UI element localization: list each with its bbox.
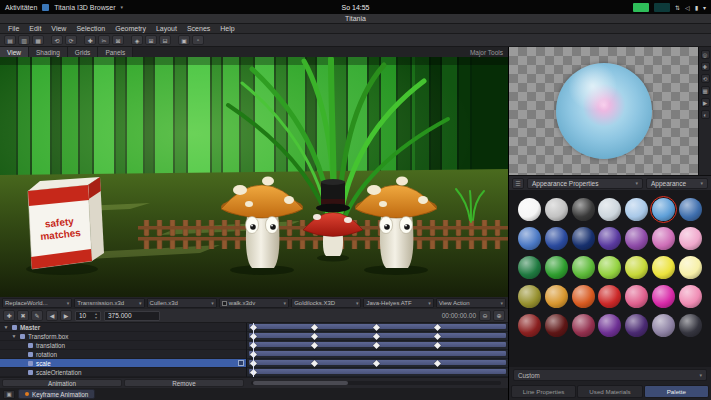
appearance-node-combo[interactable]: Appearance ▾ — [646, 178, 708, 189]
frame-field[interactable]: 10 ▴▾ — [75, 311, 101, 321]
zoom-in-icon[interactable]: ⊕ — [493, 310, 505, 321]
keyframe-row[interactable] — [247, 332, 508, 341]
material-swatch[interactable] — [598, 198, 621, 221]
menu-geometry[interactable]: Geometry — [110, 25, 151, 32]
timeline-scrollbar[interactable] — [246, 379, 506, 387]
material-swatch[interactable] — [679, 285, 702, 308]
menu-scenes[interactable]: Scenes — [182, 25, 215, 32]
move-icon[interactable]: ✚ — [701, 62, 710, 71]
track-indicator[interactable] — [238, 360, 244, 366]
appearance-properties-dropdown[interactable]: Appearance Properties ▾ — [527, 178, 643, 189]
viewport-combo-replaceworld[interactable]: ReplaceWorld...▾ — [2, 298, 72, 308]
material-swatch[interactable] — [679, 198, 702, 221]
material-swatch[interactable] — [545, 285, 568, 308]
material-swatch[interactable] — [679, 256, 702, 279]
palette-select[interactable]: Custom ▾ — [513, 369, 707, 381]
material-swatch[interactable] — [598, 256, 621, 279]
keyframe-row[interactable] — [247, 323, 508, 332]
undo-icon[interactable]: ⟲ — [51, 35, 63, 45]
material-swatch[interactable] — [625, 256, 648, 279]
material-swatch[interactable] — [572, 314, 595, 337]
app-indicator-badge[interactable] — [654, 3, 670, 12]
material-swatch[interactable] — [572, 227, 595, 250]
viewport-combo-java-helyes-atf[interactable]: Java-Helyes ATF▾ — [363, 298, 433, 308]
timeline-tracks[interactable] — [247, 323, 508, 377]
keyframe-row[interactable] — [247, 350, 508, 359]
snapshot-icon[interactable]: ◎ — [701, 50, 710, 59]
menu-layout[interactable]: Layout — [151, 25, 182, 32]
expander-icon[interactable]: ▼ — [3, 324, 9, 330]
duration-field[interactable]: 375.000 — [104, 311, 160, 321]
playhead[interactable] — [253, 323, 254, 377]
major-tools-label[interactable]: Major Tools — [470, 49, 508, 56]
redo-icon[interactable]: ⟳ — [65, 35, 77, 45]
app-menu-button[interactable]: Titania I3D Browser — [54, 4, 115, 11]
activities-button[interactable]: Aktivitäten — [5, 4, 37, 11]
tab-line-properties[interactable]: Line Properties — [511, 385, 576, 398]
zoom-out-icon[interactable]: ⊖ — [479, 310, 491, 321]
viewport-combo-view-action[interactable]: View Action▾ — [436, 298, 506, 308]
add-node-icon[interactable]: ✚ — [84, 35, 96, 45]
viewport-combo-cullen-x3d[interactable]: Cullen.x3d▾ — [147, 298, 217, 308]
viewport-3d-scene[interactable]: safety matches — [0, 57, 508, 297]
material-swatch[interactable] — [518, 256, 541, 279]
material-swatch[interactable] — [652, 314, 675, 337]
expand-icon[interactable]: ⊞ — [145, 35, 157, 45]
menu-icon[interactable]: ☰ — [512, 178, 524, 189]
material-swatch[interactable] — [625, 314, 648, 337]
rotate-icon[interactable]: ⟲ — [701, 74, 710, 83]
viewport-combo-walk-x3dv[interactable]: walk.x3dv▾ — [219, 298, 289, 308]
timeline-node-master[interactable]: ▼Master — [0, 323, 246, 332]
volume-icon[interactable]: ◁ — [685, 4, 690, 11]
material-swatch[interactable] — [518, 198, 541, 221]
viewport-combo-transmission-x3d[interactable]: Transmission.x3d▾ — [74, 298, 144, 308]
recording-badge[interactable] — [633, 3, 649, 12]
expander-icon[interactable]: ▼ — [11, 333, 17, 339]
prev-frame-icon[interactable]: ◀ — [46, 310, 58, 321]
spinner-arrows-icon[interactable]: ▴▾ — [95, 312, 97, 320]
timeline-node-scaleorientation[interactable]: scaleOrientation — [0, 368, 246, 377]
keyframe-row[interactable] — [247, 368, 508, 377]
viewport-tab-grids[interactable]: Grids — [68, 47, 99, 57]
remove-button[interactable]: Remove — [124, 379, 244, 387]
material-swatch[interactable] — [679, 227, 702, 250]
play-icon[interactable]: ▶ — [701, 98, 710, 107]
tab-keyframe-animation[interactable]: Keyframe Animation — [18, 389, 95, 399]
material-swatch[interactable] — [652, 227, 675, 250]
scrollbar-thumb[interactable] — [253, 381, 348, 385]
material-swatch[interactable] — [518, 227, 541, 250]
chevron-down-icon[interactable]: ▾ — [703, 4, 706, 11]
material-swatch[interactable] — [545, 227, 568, 250]
animation-button[interactable]: Animation — [2, 379, 122, 387]
material-swatch[interactable] — [625, 227, 648, 250]
menu-view[interactable]: View — [46, 25, 71, 32]
material-preview[interactable] — [509, 47, 698, 175]
material-swatch[interactable] — [625, 198, 648, 221]
timeline-node-scale[interactable]: scale — [0, 359, 246, 368]
timeline-node-translation[interactable]: translation — [0, 341, 246, 350]
remove-keyframe-icon[interactable]: ✖ — [17, 310, 29, 321]
material-swatch[interactable] — [598, 314, 621, 337]
timeline-node-rotation[interactable]: rotation — [0, 350, 246, 359]
menu-selection[interactable]: Selection — [71, 25, 110, 32]
add-keyframe-icon[interactable]: ✚ — [3, 310, 15, 321]
film-icon[interactable]: ▣ — [3, 390, 15, 399]
material-swatch[interactable] — [572, 256, 595, 279]
material-swatch[interactable] — [652, 256, 675, 279]
delete-icon[interactable]: ⊠ — [112, 35, 124, 45]
open-file-icon[interactable]: ▥ — [18, 35, 30, 45]
keyframe-row[interactable] — [247, 341, 508, 350]
viewport-combo-goldilocks-x3d[interactable]: Goldilocks.X3D▾ — [291, 298, 361, 308]
material-swatch[interactable] — [625, 285, 648, 308]
material-swatch[interactable] — [679, 314, 702, 337]
timeline-node-transform-box[interactable]: ▼Transform.box — [0, 332, 246, 341]
viewport-tab-shading[interactable]: Shading — [29, 47, 68, 57]
tab-used-materials[interactable]: Used Materials — [577, 385, 642, 398]
window-titlebar[interactable]: Titania — [0, 14, 711, 24]
menu-file[interactable]: File — [3, 25, 24, 32]
material-swatch[interactable] — [572, 198, 595, 221]
material-swatch[interactable] — [598, 227, 621, 250]
panel-icon[interactable]: ▫ — [192, 35, 204, 45]
collapse-icon[interactable]: ⊟ — [159, 35, 171, 45]
group-icon[interactable]: ◈ — [131, 35, 143, 45]
